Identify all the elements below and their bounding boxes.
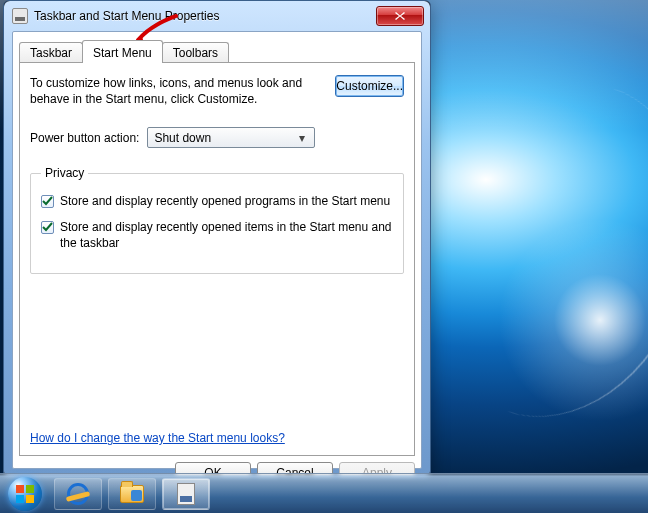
window-icon [12,8,28,24]
privacy-legend: Privacy [41,166,88,180]
privacy-label-items[interactable]: Store and display recently opened items … [60,220,393,251]
taskbar [0,473,648,513]
check-icon [42,222,53,233]
tab-start-menu[interactable]: Start Menu [82,40,163,63]
power-action-label: Power button action: [30,131,139,145]
properties-icon [177,483,195,505]
internet-explorer-icon [67,483,89,505]
start-button[interactable] [2,476,48,512]
window-title: Taskbar and Start Menu Properties [34,9,219,23]
tab-toolbars[interactable]: Toolbars [162,42,229,63]
svg-rect-3 [26,495,34,503]
desktop: Taskbar and Start Menu Properties Taskba… [0,0,648,513]
privacy-label-programs[interactable]: Store and display recently opened progra… [60,194,390,210]
check-icon [42,196,53,207]
taskbar-item-explorer[interactable] [108,478,156,510]
power-action-value: Shut down [154,131,211,145]
privacy-checkbox-programs[interactable] [41,195,54,208]
svg-rect-0 [16,485,24,493]
tab-bar: Taskbar Start Menu Toolbars [19,38,415,62]
windows-logo-icon [15,484,35,504]
properties-window: Taskbar and Start Menu Properties Taskba… [3,0,431,478]
svg-rect-2 [16,495,24,503]
svg-rect-1 [26,485,34,493]
privacy-group: Privacy Store and display recently opene… [30,166,404,274]
customize-button[interactable]: Customize... [335,75,404,97]
privacy-checkbox-items[interactable] [41,221,54,234]
close-icon [394,11,406,21]
taskbar-item-ie[interactable] [54,478,102,510]
titlebar[interactable]: Taskbar and Start Menu Properties [4,1,430,31]
power-action-combo[interactable]: Shut down ▾ [147,127,315,148]
tab-panel: To customize how links, icons, and menus… [19,62,415,456]
taskbar-item-properties[interactable] [162,478,210,510]
chevron-down-icon: ▾ [294,131,310,145]
help-link[interactable]: How do I change the way the Start menu l… [30,431,285,445]
power-action-row: Power button action: Shut down ▾ [30,127,404,148]
customize-description: To customize how links, icons, and menus… [30,75,321,107]
window-client: Taskbar Start Menu Toolbars To customize… [12,31,422,469]
folder-icon [120,485,144,503]
tab-taskbar[interactable]: Taskbar [19,42,83,63]
close-button[interactable] [376,6,424,26]
